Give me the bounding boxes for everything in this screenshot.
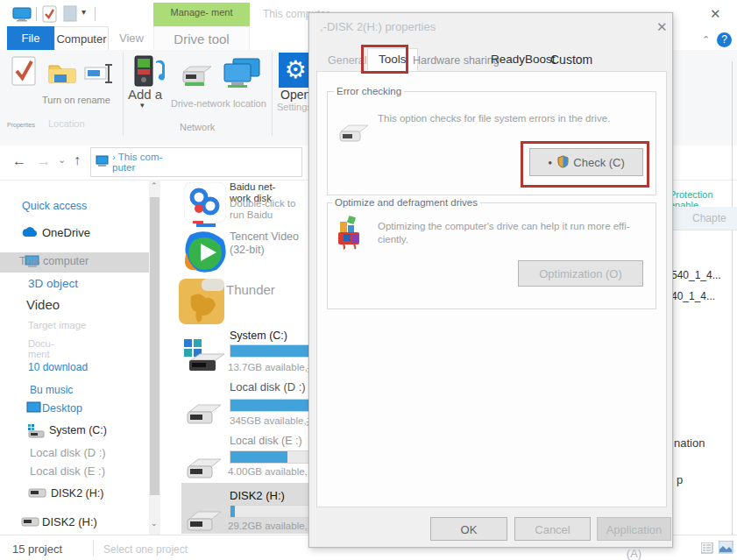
disk2-h-usage-fill xyxy=(230,506,235,517)
properties-icon[interactable] xyxy=(11,55,37,87)
disk-properties-dialog: ,-DISK 2(H:) properties ✕ General Tools … xyxy=(308,12,673,548)
tab-custom[interactable]: Custom xyxy=(547,49,596,70)
disk2-icon-2 xyxy=(21,516,40,528)
desktop-icon xyxy=(26,401,42,415)
help-icon[interactable]: ? xyxy=(717,32,732,47)
divider xyxy=(93,540,94,556)
network-group-label: Network xyxy=(180,122,215,132)
list-view-icon[interactable] xyxy=(701,542,713,554)
properties-label: Properties xyxy=(7,122,35,128)
background-table-header: Chapte xyxy=(673,207,737,230)
history-dropdown-icon[interactable]: ⌄ xyxy=(58,154,66,166)
sidebar-item-document[interactable]: Docu- ment xyxy=(28,338,65,359)
sidebar-scrollbar-thumb[interactable] xyxy=(150,197,159,495)
tab-drive-tool[interactable]: Drive tool xyxy=(153,26,250,50)
tencent-video-icon[interactable] xyxy=(181,228,230,277)
blank-file-icon[interactable] xyxy=(63,5,77,22)
dialog-close-icon[interactable]: ✕ xyxy=(656,19,668,35)
divider xyxy=(95,7,96,21)
ok-button[interactable]: OK xyxy=(430,517,507,541)
sidebar-item-onedrive[interactable]: OneDrive xyxy=(42,226,90,239)
disk2-icon xyxy=(28,487,47,499)
tools-tab-highlight-box xyxy=(361,45,408,74)
qat-dropdown-icon[interactable]: ▾ xyxy=(81,7,86,17)
system-c-available: 13.7GB available,共 xyxy=(228,361,317,374)
sidebar-item-video[interactable]: Video xyxy=(26,297,60,312)
back-icon[interactable]: ← xyxy=(12,153,26,169)
sidebar-item-system-c[interactable]: System (C:) xyxy=(49,424,107,436)
properties-quick-icon[interactable] xyxy=(42,5,58,23)
background-text-fragment-2: p xyxy=(677,473,683,486)
sidebar-item-music[interactable]: Bu music xyxy=(30,384,73,396)
add-a-caret-icon[interactable]: ▾ xyxy=(140,101,145,110)
tab-file[interactable]: File xyxy=(7,26,54,50)
window-close-icon[interactable]: ✕ xyxy=(710,6,721,22)
system-c-drive-icon[interactable] xyxy=(182,336,226,372)
optimize-label: Optimize and defragment drives xyxy=(332,197,480,208)
system-c-label[interactable]: System (C:) xyxy=(230,330,287,342)
tab-view[interactable]: View xyxy=(110,26,152,50)
sidebar-item-disk2-h-2[interactable]: DISK2 (H:) xyxy=(42,515,97,528)
scroll-up-icon[interactable]: ⌃ xyxy=(151,181,158,190)
drive-icon[interactable] xyxy=(180,63,216,89)
breadcrumb[interactable]: › This com- puter xyxy=(112,152,181,173)
local-d-label[interactable]: Local disk (D :) xyxy=(230,380,306,393)
forward-icon[interactable]: → xyxy=(37,153,51,169)
disk2-h-label[interactable]: DISK2 (H:) xyxy=(230,489,285,502)
rename-label: Turn on rename xyxy=(42,95,110,105)
local-d-available: 345GB available,共 xyxy=(230,415,316,428)
sidebar-item-quick-access[interactable]: Quick access xyxy=(22,200,87,212)
thunder-icon[interactable] xyxy=(179,279,224,324)
dialog-title: ,-DISK 2(H:) properties xyxy=(320,20,436,33)
disk2-h-available: 29.2GB available, 共 xyxy=(228,520,320,533)
system-drive-icon xyxy=(26,423,46,439)
local-e-available: 4.00GB available, xyxy=(228,466,308,477)
breadcrumb-computer-icon xyxy=(96,155,110,167)
sidebar-item-target-image[interactable]: Target image xyxy=(28,320,86,330)
up-icon[interactable]: ↑ xyxy=(74,152,81,168)
sidebar-item-disk2-h-1[interactable]: DISK2 (H:) xyxy=(51,487,103,500)
thumbnail-view-icon[interactable] xyxy=(719,541,733,554)
thunder-label[interactable]: Thunder xyxy=(226,282,275,297)
item-count: 15 project xyxy=(12,542,62,556)
tencent-video-label[interactable]: Tencent Video (32-bit) xyxy=(230,230,308,257)
sidebar-item-desktop[interactable]: Desktop xyxy=(42,402,82,415)
defragment-icon xyxy=(337,215,366,250)
location-group-label: Location xyxy=(48,118,85,129)
disk2-h-drive-icon[interactable] xyxy=(186,508,224,535)
local-d-drive-icon[interactable] xyxy=(186,401,224,428)
background-filename-2: 40_1_4... xyxy=(671,290,715,302)
address-bar[interactable]: › This com- puter xyxy=(90,147,302,177)
chapter-column-label: Chapte xyxy=(692,212,726,224)
computer-icon[interactable] xyxy=(12,7,32,22)
baidu-netdisk-icon[interactable] xyxy=(184,182,226,228)
open-settings-label[interactable]: Open xyxy=(280,88,310,102)
gear-icon[interactable]: ⚙ xyxy=(279,53,312,88)
ribbon-collapse-icon[interactable]: ⌃ xyxy=(702,34,710,46)
rename-icon[interactable] xyxy=(84,63,114,84)
add-a-label[interactable]: Add a xyxy=(128,87,162,102)
optimization-button[interactable]: Optimization (O) xyxy=(518,260,643,287)
sidebar-item-local-disk-d[interactable]: Local disk (D :) xyxy=(30,446,106,459)
check-button-highlight-box xyxy=(521,141,649,188)
sidebar-item-download[interactable]: 10 download xyxy=(28,361,88,373)
add-network-device-icon[interactable] xyxy=(133,54,168,91)
tab-computer[interactable]: Computer xyxy=(54,26,109,50)
scroll-down-icon[interactable]: ⌄ xyxy=(151,519,158,528)
local-e-drive-icon[interactable] xyxy=(186,456,224,482)
cancel-button[interactable]: Cancel xyxy=(514,517,591,541)
sidebar-item-local-disk-e[interactable]: Local disk (E :) xyxy=(30,464,105,478)
network-computers-icon[interactable] xyxy=(221,57,263,90)
desktop-screenshot: ▾ This computer ✕ Manage- ment File Comp… xyxy=(0,0,737,560)
baidu-netdisk-sublabel: Double-click to run Baidu xyxy=(230,198,304,221)
sidebar-item-this-computer[interactable]: This computer xyxy=(19,255,89,267)
error-checking-description: This option checks for file system error… xyxy=(378,112,641,125)
apply-button[interactable]: Application (A) xyxy=(597,517,671,541)
background-filename-1: 540_1_4... xyxy=(671,269,721,281)
divider xyxy=(272,52,273,136)
local-e-label[interactable]: Local disk (E :) xyxy=(230,435,302,447)
divider xyxy=(123,52,124,136)
sidebar-item-3d-objects[interactable]: 3D object xyxy=(28,277,78,290)
optimize-group xyxy=(327,202,656,309)
folder-icon[interactable] xyxy=(47,60,77,84)
